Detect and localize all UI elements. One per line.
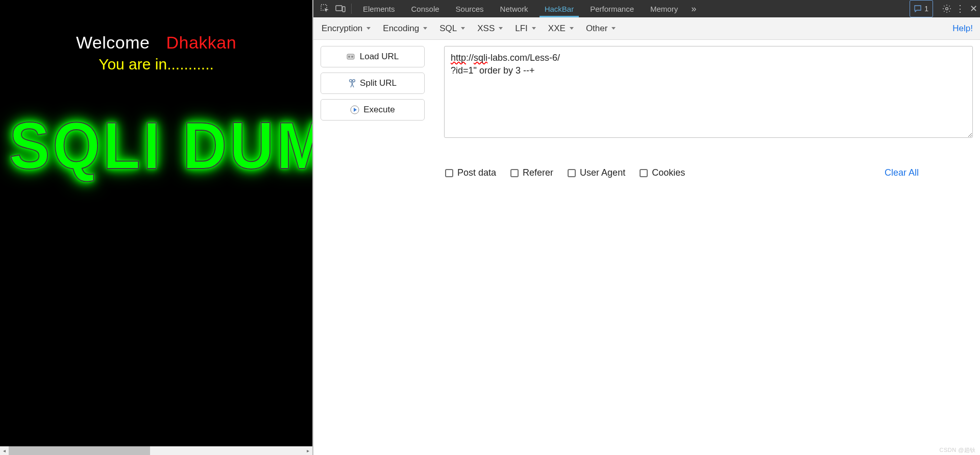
execute-label: Execute — [363, 105, 395, 115]
svg-rect-1 — [336, 6, 342, 11]
referer-checkbox[interactable]: Referer — [510, 167, 553, 178]
menu-xxe[interactable]: XXE — [543, 21, 579, 36]
menu-lfi[interactable]: LFI — [510, 21, 541, 36]
clear-all-link[interactable]: Clear All — [885, 167, 919, 178]
menu-sql[interactable]: SQL — [434, 21, 470, 36]
chevron-down-icon — [611, 27, 616, 30]
cookies-label: Cookies — [652, 167, 685, 178]
menu-xss[interactable]: XSS — [472, 21, 508, 36]
user-agent-label: User Agent — [580, 167, 625, 178]
load-url-label: Load URL — [360, 52, 399, 62]
scroll-left-button[interactable]: ◂ — [0, 446, 9, 455]
rendered-page-pane: Welcome Dhakkan You are in........... SQ… — [0, 0, 313, 455]
welcome-label: Welcome — [76, 33, 150, 52]
tab-sources[interactable]: Sources — [448, 0, 492, 17]
cookies-checkbox[interactable]: Cookies — [640, 167, 685, 178]
device-toolbar-icon[interactable] — [333, 0, 348, 17]
chevron-down-icon — [366, 27, 371, 30]
help-link[interactable]: Help! — [952, 23, 975, 34]
scroll-track[interactable] — [9, 446, 304, 455]
post-data-checkbox-input[interactable] — [445, 169, 453, 177]
chevron-down-icon — [499, 27, 503, 30]
scroll-right-button[interactable]: ▸ — [304, 446, 312, 455]
devtools-tabstrip: Elements Console Sources Network HackBar… — [313, 0, 980, 17]
svg-point-6 — [351, 56, 353, 58]
status-line: You are in........... — [0, 56, 312, 73]
referer-checkbox-input[interactable] — [510, 169, 519, 177]
cookies-checkbox-input[interactable] — [640, 169, 648, 177]
separator — [351, 4, 352, 14]
execute-button[interactable]: Execute — [321, 99, 425, 121]
inspect-element-icon[interactable] — [317, 0, 333, 17]
load-url-button[interactable]: Load URL — [321, 46, 425, 67]
chevron-down-icon — [532, 27, 536, 30]
tab-performance[interactable]: Performance — [582, 0, 642, 17]
tab-hackbar[interactable]: HackBar — [536, 0, 582, 17]
post-data-label: Post data — [457, 167, 496, 178]
issues-count: 1 — [924, 5, 928, 13]
message-icon — [914, 5, 921, 12]
watermark: CSDN @趙钬 — [940, 446, 976, 454]
tab-network[interactable]: Network — [492, 0, 536, 17]
tab-console[interactable]: Console — [403, 0, 448, 17]
svg-point-5 — [348, 56, 350, 58]
url-input[interactable]: http://sqli-labs.com/Less-6/?id=1" order… — [444, 46, 973, 138]
welcome-name: Dhakkan — [166, 33, 236, 52]
svg-point-8 — [353, 80, 355, 82]
user-agent-checkbox[interactable]: User Agent — [568, 167, 625, 178]
chevron-down-icon — [423, 27, 427, 30]
more-tabs-icon[interactable]: » — [686, 0, 701, 17]
issues-pill[interactable]: 1 — [910, 0, 933, 17]
svg-point-7 — [350, 80, 352, 82]
svg-point-3 — [946, 8, 948, 10]
chevron-down-icon — [461, 27, 465, 30]
scissors-icon — [349, 79, 356, 88]
close-devtools-icon[interactable]: ✕ — [967, 0, 980, 17]
play-icon — [350, 105, 359, 114]
chevron-down-icon — [570, 27, 574, 30]
menu-other[interactable]: Other — [581, 21, 621, 36]
tab-elements[interactable]: Elements — [355, 0, 403, 17]
split-url-label: Split URL — [360, 78, 397, 88]
post-data-checkbox[interactable]: Post data — [445, 167, 496, 178]
devtools-pane: Elements Console Sources Network HackBar… — [313, 0, 980, 455]
hackbar-toolbar: Encryption Encoding SQL XSS LFI XXE Othe… — [313, 17, 980, 40]
horizontal-scrollbar[interactable]: ◂ ▸ — [0, 446, 312, 455]
tab-memory[interactable]: Memory — [642, 0, 686, 17]
load-url-icon — [347, 53, 356, 61]
menu-encryption[interactable]: Encryption — [316, 21, 376, 36]
referer-label: Referer — [523, 167, 553, 178]
page-banner: SQLI DUMB — [9, 107, 313, 184]
split-url-button[interactable]: Split URL — [321, 73, 425, 94]
kebab-menu-icon[interactable]: ⋮ — [953, 0, 967, 17]
svg-rect-2 — [342, 7, 345, 12]
settings-icon[interactable] — [940, 0, 953, 17]
scroll-thumb[interactable] — [9, 446, 150, 455]
menu-encoding[interactable]: Encoding — [378, 21, 432, 36]
user-agent-checkbox-input[interactable] — [568, 169, 576, 177]
welcome-line: Welcome Dhakkan — [0, 33, 312, 53]
